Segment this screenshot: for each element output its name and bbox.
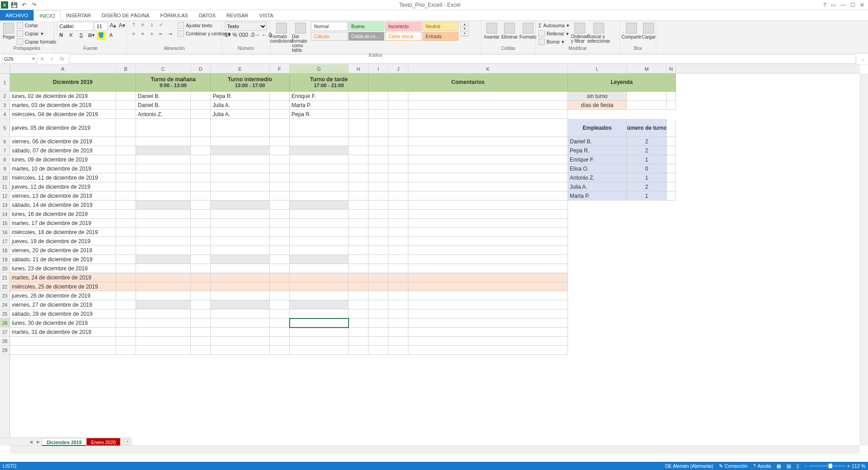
cell-L9[interactable]: Elisa O. bbox=[568, 164, 627, 173]
cell-H13[interactable] bbox=[349, 201, 369, 210]
cell-C26[interactable] bbox=[136, 318, 191, 328]
row-header-25[interactable]: 25 bbox=[0, 309, 10, 318]
cell-J20[interactable] bbox=[388, 264, 408, 273]
cell-E14[interactable] bbox=[211, 210, 270, 219]
cell-E27[interactable] bbox=[211, 328, 270, 337]
cell-D18[interactable] bbox=[191, 246, 211, 255]
cell-J26[interactable] bbox=[388, 318, 408, 328]
select-all-corner[interactable] bbox=[0, 64, 10, 73]
cell-H18[interactable] bbox=[349, 246, 369, 255]
cell-D28[interactable] bbox=[191, 337, 211, 346]
cell-E21[interactable] bbox=[211, 273, 270, 282]
cell-B7[interactable] bbox=[116, 146, 136, 155]
cell-M24[interactable] bbox=[627, 300, 667, 309]
cell-N17[interactable] bbox=[667, 237, 676, 246]
cell-E11[interactable] bbox=[211, 182, 270, 191]
cell-F15[interactable] bbox=[270, 219, 290, 228]
cell-E28[interactable] bbox=[211, 337, 270, 346]
cell-G6[interactable] bbox=[290, 137, 349, 146]
cell-J2[interactable] bbox=[388, 92, 408, 101]
cell-E19[interactable] bbox=[211, 255, 270, 264]
cell-M3[interactable] bbox=[627, 101, 667, 110]
help-button[interactable]: ?Ayuda bbox=[753, 463, 771, 469]
cell-A16[interactable]: miércoles, 18 de diciembre de 2019 bbox=[10, 228, 116, 237]
cell-N7[interactable] bbox=[667, 146, 676, 155]
row-header-11[interactable]: 11 bbox=[0, 182, 10, 191]
cell-A25[interactable]: sábado, 28 de diciembre de 2019 bbox=[10, 309, 116, 318]
cell-A11[interactable]: jueves, 12 de diciembre de 2019 bbox=[10, 182, 116, 191]
cell-F6[interactable] bbox=[270, 137, 290, 146]
tab-review[interactable]: REVISAR bbox=[221, 10, 254, 20]
cell-L26[interactable] bbox=[568, 318, 627, 328]
cell-M12[interactable]: 1 bbox=[627, 191, 667, 201]
cell-L10[interactable]: Antonio Z. bbox=[568, 173, 627, 182]
cell-M21[interactable] bbox=[627, 273, 667, 282]
cell-D11[interactable] bbox=[191, 182, 211, 191]
cell-M15[interactable] bbox=[627, 219, 667, 228]
column-header-F[interactable]: F bbox=[270, 64, 290, 73]
cell-L25[interactable] bbox=[568, 309, 627, 318]
cell-F17[interactable] bbox=[270, 237, 290, 246]
cell-G3[interactable]: Marta P. bbox=[290, 101, 349, 110]
tab-insert[interactable]: INSERTAR bbox=[61, 10, 97, 20]
cell-G17[interactable] bbox=[290, 237, 349, 246]
cell-G12[interactable] bbox=[290, 191, 349, 201]
cell-B11[interactable] bbox=[116, 182, 136, 191]
cell-N28[interactable] bbox=[667, 337, 676, 346]
cell-A15[interactable]: martes, 17 de diciembre de 2019 bbox=[10, 219, 116, 228]
style-celda-vinculada[interactable]: Celda vincul… bbox=[385, 32, 422, 41]
cell-B4[interactable] bbox=[116, 110, 136, 119]
style-neutral[interactable]: Neutral bbox=[422, 22, 459, 31]
cell-M17[interactable] bbox=[627, 237, 667, 246]
cell-C6[interactable] bbox=[136, 137, 191, 146]
cell-area[interactable]: Diciembre 2019Turno de mañana9:00 - 13:0… bbox=[10, 73, 860, 446]
cell-C29[interactable] bbox=[136, 346, 191, 355]
minimize-icon[interactable]: — bbox=[840, 2, 846, 8]
row-header-13[interactable]: 13 bbox=[0, 201, 10, 210]
cell-C8[interactable] bbox=[136, 155, 191, 164]
style-normal[interactable]: Normal bbox=[311, 22, 347, 31]
cell-B21[interactable] bbox=[116, 273, 136, 282]
share-button[interactable]: Compartir bbox=[623, 22, 640, 39]
paste-button[interactable]: Pegar bbox=[3, 22, 15, 39]
cell-A24[interactable]: viernes, 27 de diciembre de 2019 bbox=[10, 300, 116, 309]
cell-C16[interactable] bbox=[136, 228, 191, 237]
cell-C14[interactable] bbox=[136, 210, 191, 219]
cell-F25[interactable] bbox=[270, 309, 290, 318]
cell-N27[interactable] bbox=[667, 328, 676, 337]
cancel-formula-icon[interactable]: ✕ bbox=[37, 56, 47, 62]
cell-L7[interactable]: Pepa R. bbox=[568, 146, 627, 155]
conditional-formatting-button[interactable]: Formato condicional bbox=[273, 22, 290, 44]
currency-icon[interactable]: $▾ bbox=[225, 32, 231, 38]
increase-font-icon[interactable]: A▴ bbox=[109, 22, 117, 30]
cell-J15[interactable] bbox=[388, 219, 408, 228]
align-center-icon[interactable]: ≡ bbox=[139, 31, 147, 39]
column-header-D[interactable]: D bbox=[191, 64, 211, 73]
cell-G8[interactable] bbox=[290, 155, 349, 164]
row-header-8[interactable]: 8 bbox=[0, 155, 10, 164]
cell-H21[interactable] bbox=[349, 273, 369, 282]
cell-F3[interactable] bbox=[270, 101, 290, 110]
cell-J4[interactable] bbox=[388, 110, 408, 119]
cell-I27[interactable] bbox=[369, 328, 388, 337]
cell-N14[interactable] bbox=[667, 210, 676, 219]
cell-A7[interactable]: sábado, 07 de diciembre de 2019 bbox=[10, 146, 116, 155]
cell-G28[interactable] bbox=[290, 337, 349, 346]
cell-H20[interactable] bbox=[349, 264, 369, 273]
row-header-21[interactable]: 21 bbox=[0, 273, 10, 282]
cell-I5[interactable] bbox=[369, 119, 388, 137]
cell-styles-gallery[interactable]: Normal Buena Incorrecto Neutral Cálculo … bbox=[311, 22, 459, 41]
cell-E22[interactable] bbox=[211, 282, 270, 291]
cell-L3[interactable]: días de fiesta bbox=[568, 101, 627, 110]
cell-L17[interactable] bbox=[568, 237, 627, 246]
cell-C17[interactable] bbox=[136, 237, 191, 246]
cell-E4[interactable]: Julia A. bbox=[211, 110, 270, 119]
cell-K18[interactable] bbox=[408, 246, 568, 255]
cell-L11[interactable]: Julia A. bbox=[568, 182, 627, 191]
cell-F21[interactable] bbox=[270, 273, 290, 282]
indent-inc-icon[interactable]: ⇥ bbox=[166, 31, 174, 39]
row-header-3[interactable]: 3 bbox=[0, 101, 10, 110]
cell-C12[interactable] bbox=[136, 191, 191, 201]
cell-M11[interactable]: 2 bbox=[627, 182, 667, 191]
ribbon-options-icon[interactable]: ▭ bbox=[831, 2, 836, 8]
